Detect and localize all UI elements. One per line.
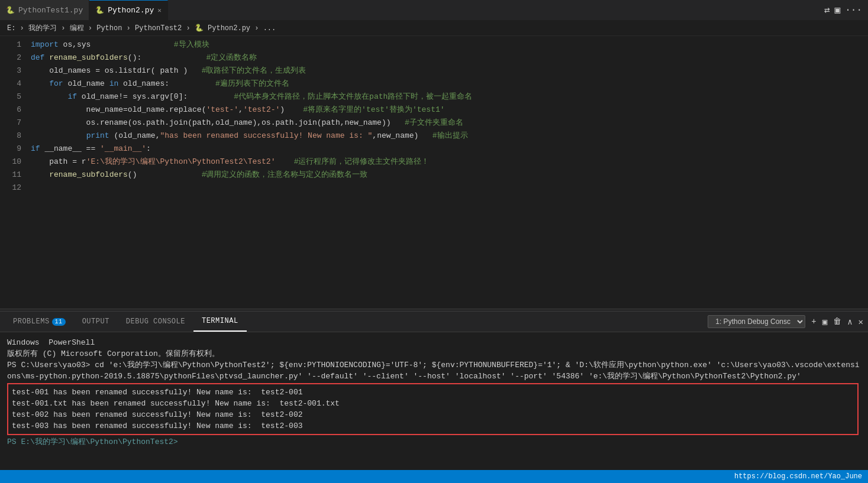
tab-label: PythonTest1.py <box>18 6 83 15</box>
split-editor-button[interactable]: ▣ <box>835 4 841 16</box>
code-line: rename_subfolders() #调用定义的函数，注意名称与定义的函数名… <box>31 168 860 181</box>
line-number: 12 <box>0 181 21 195</box>
editor-area: 123456789101112 import os,sys #导入模块def r… <box>0 36 868 309</box>
line-number: 11 <box>0 168 21 181</box>
panel-tab-actions: 1: Python Debug Consc + ▣ 🗑 ∧ ✕ <box>708 315 863 328</box>
terminal-line: 版权所有 (C) Microsoft Corporation。保留所有权利。 <box>7 348 861 359</box>
line-number: 9 <box>0 142 21 155</box>
panel-tab-bar: PROBLEMS 11 OUTPUT DEBUG CONSOLE TERMINA… <box>0 312 868 332</box>
more-actions-button[interactable]: ··· <box>845 5 862 15</box>
terminal-selector[interactable]: 1: Python Debug Consc <box>708 315 805 328</box>
line-number: 5 <box>0 90 21 103</box>
split-terminal-button[interactable]: ▣ <box>822 317 827 327</box>
maximize-panel-button[interactable]: ∧ <box>847 317 852 327</box>
python-file-icon: 🐍 <box>6 6 15 15</box>
code-line: old_names = os.listdir( path ) #取路径下的文件名… <box>31 64 860 77</box>
line-numbers: 123456789101112 <box>0 38 28 306</box>
tab-close-button[interactable]: ✕ <box>157 7 162 14</box>
code-line: if old_name!= sys.argv[0]: #代码本身文件路径，防止脚… <box>31 90 860 103</box>
line-number: 3 <box>0 64 21 77</box>
tab-output[interactable]: OUTPUT <box>74 312 118 332</box>
tab-label-active: Python2.py <box>108 6 154 15</box>
terminal-output-line: test-001 has been renamed successfully! … <box>12 387 854 398</box>
line-number: 4 <box>0 77 21 90</box>
code-line: path = r'E:\我的学习\编程\Python\PythonTest2\T… <box>31 155 860 168</box>
code-line: os.rename(os.path.join(path,old_name),os… <box>31 116 860 129</box>
tab-terminal[interactable]: TERMINAL <box>193 312 247 332</box>
status-url: https://blog.csdn.net/Yao_June <box>734 472 862 481</box>
tab-problems[interactable]: PROBLEMS 11 <box>5 312 74 332</box>
tab-debug-console[interactable]: DEBUG CONSOLE <box>118 312 193 332</box>
add-terminal-button[interactable]: + <box>811 317 816 326</box>
code-line: def rename_subfolders(): #定义函数名称 <box>31 51 860 64</box>
tab-pythontest1[interactable]: 🐍 PythonTest1.py <box>0 0 89 20</box>
problems-badge: 11 <box>52 318 66 326</box>
line-number: 7 <box>0 116 21 129</box>
terminal-line: Windows PowerShell <box>7 337 861 348</box>
terminal-content[interactable]: Windows PowerShell版权所有 (C) Microsoft Cor… <box>0 332 868 470</box>
code-line: if __name__ == '__main__': <box>31 142 860 155</box>
line-number: 10 <box>0 155 21 168</box>
bottom-panel: PROBLEMS 11 OUTPUT DEBUG CONSOLE TERMINA… <box>0 312 868 470</box>
line-number: 8 <box>0 129 21 142</box>
code-container: 123456789101112 import os,sys #导入模块def r… <box>0 36 868 309</box>
terminal-prompt-line: PS E:\我的学习\编程\Python\PythonTest2> <box>7 436 861 448</box>
line-number: 1 <box>0 38 21 51</box>
minimap <box>860 38 868 306</box>
code-editor[interactable]: import os,sys #导入模块def rename_subfolders… <box>28 38 860 306</box>
code-line: import os,sys #导入模块 <box>31 38 860 51</box>
line-number: 2 <box>0 51 21 64</box>
delete-terminal-button[interactable]: 🗑 <box>833 317 841 326</box>
tab-bar-actions: ⇄ ▣ ··· <box>824 4 868 16</box>
code-line: print (old_name,"has been renamed succes… <box>31 129 860 142</box>
open-editors-button[interactable]: ⇄ <box>824 4 830 16</box>
line-number: 6 <box>0 103 21 116</box>
status-bar: https://blog.csdn.net/Yao_June <box>0 470 868 483</box>
terminal-output-line: test-001.txt has been renamed successful… <box>12 398 854 409</box>
tab-python2[interactable]: 🐍 Python2.py ✕ <box>89 0 168 20</box>
close-panel-button[interactable]: ✕ <box>859 317 863 327</box>
terminal-output-line: test-002 has been renamed successfully! … <box>12 409 854 420</box>
breadcrumb: E: › 我的学习 › 编程 › Python › PythonTest2 › … <box>0 21 868 36</box>
python-file-icon-2: 🐍 <box>95 6 104 15</box>
code-line: new_name=old_name.replace('test-','test2… <box>31 103 860 116</box>
code-line: for old_name in old_names: #遍历列表下的文件名 <box>31 77 860 90</box>
terminal-command-line: PS C:\Users\yao03> cd 'e:\我的学习\编程\Python… <box>7 359 861 382</box>
terminal-output-line: test-003 has been renamed successfully! … <box>12 420 854 432</box>
tab-bar: 🐍 PythonTest1.py 🐍 Python2.py ✕ ⇄ ▣ ··· <box>0 0 868 21</box>
terminal-output-highlight: test-001 has been renamed successfully! … <box>7 383 859 435</box>
